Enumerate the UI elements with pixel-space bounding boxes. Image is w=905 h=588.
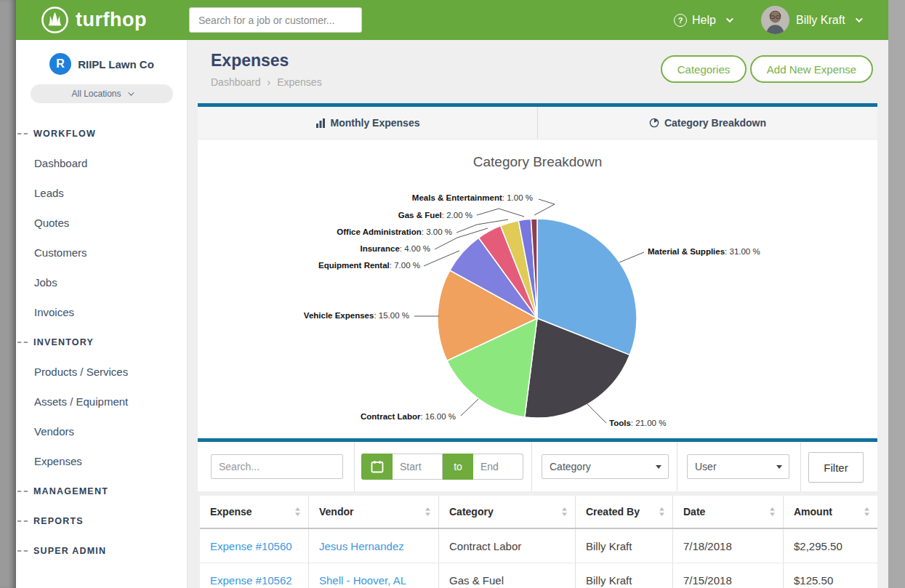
sidebar-item-leads[interactable]: Leads <box>16 178 188 208</box>
user-menu[interactable]: Billy Kraft <box>796 0 861 40</box>
categories-button[interactable]: Categories <box>661 55 747 83</box>
label-leader-line <box>619 252 644 262</box>
brand-logo[interactable]: turfhop <box>41 6 147 34</box>
expense-link[interactable]: Expense #10562 <box>210 574 292 587</box>
filter-bar: to Category User Filter <box>198 442 877 491</box>
table-search-input[interactable] <box>211 454 343 479</box>
sort-icon[interactable] <box>864 507 870 517</box>
sidebar-section-label: INVENTORY <box>33 337 94 347</box>
breadcrumb: Dashboard › Expenses <box>211 76 322 88</box>
sidebar-section-label: REPORTS <box>33 516 84 526</box>
amount-cell: $2,295.50 <box>794 540 842 552</box>
help-menu[interactable]: ? Help <box>674 0 731 40</box>
divider <box>354 442 355 491</box>
sidebar-item-expenses[interactable]: Expenses <box>16 446 188 476</box>
calendar-button[interactable] <box>361 454 393 480</box>
column-header-expense[interactable]: Expense <box>200 496 308 528</box>
divider <box>677 442 677 491</box>
table-cell: $125.50 <box>783 563 877 588</box>
date-to-label: to <box>443 454 473 480</box>
sidebar-section-management[interactable]: MANAGEMENT <box>16 476 188 506</box>
sort-icon[interactable] <box>294 507 301 517</box>
sort-icon[interactable] <box>659 507 665 517</box>
tab-monthly-expenses[interactable]: Monthly Expenses <box>198 107 537 139</box>
sidebar-item-jobs[interactable]: Jobs <box>16 267 188 297</box>
sidebar-item-customers[interactable]: Customers <box>16 238 188 267</box>
grass-logo-icon <box>41 6 69 34</box>
tab-category-breakdown[interactable]: Category Breakdown <box>537 107 877 139</box>
brand-wordmark: turfhop <box>76 9 147 31</box>
calendar-icon <box>371 460 384 473</box>
global-search-input[interactable] <box>189 7 362 33</box>
expense-link[interactable]: Expense #10560 <box>210 540 292 552</box>
app-window: turfhop ? Help Billy Kraft <box>16 0 888 588</box>
table-cell: Billy Kraft <box>575 529 672 563</box>
sidebar-section-inventory[interactable]: INVENTORY <box>16 327 188 357</box>
screen: turfhop ? Help Billy Kraft <box>0 0 905 588</box>
pie-label-equipment-rental: Equipment Rental: 7.00 % <box>318 261 420 270</box>
sidebar-item-assets-equipment[interactable]: Assets / Equipment <box>16 387 188 416</box>
sort-icon[interactable] <box>561 507 568 517</box>
right-gutter-scroll-area <box>888 0 905 588</box>
add-new-expense-button[interactable]: Add New Expense <box>750 55 873 83</box>
filter-button[interactable]: Filter <box>808 452 864 483</box>
company-switcher[interactable]: R RIIPL Lawn Co <box>16 53 188 75</box>
location-selector[interactable]: All Locations <box>31 84 173 103</box>
dash-icon <box>17 133 28 134</box>
pie-label-gas-fuel: Gas & Fuel: 2.00 % <box>398 211 472 220</box>
vendor-link[interactable]: Shell - Hoover, AL <box>319 574 406 587</box>
sidebar-section-reports[interactable]: REPORTS <box>16 506 188 536</box>
table-cell: Expense #10562 <box>200 563 308 588</box>
vendor-link[interactable]: Jesus Hernandez <box>319 540 404 552</box>
amount-cell: $125.50 <box>794 574 833 587</box>
user-select[interactable]: User <box>687 454 789 479</box>
column-header-date[interactable]: Date <box>672 496 783 528</box>
column-header-created-by[interactable]: Created By <box>575 496 672 528</box>
table-cell: Contract Labor <box>438 529 575 563</box>
label-leader-line <box>477 209 524 217</box>
sidebar-item-vendors[interactable]: Vendors <box>16 416 188 446</box>
date-range-picker: to <box>361 454 523 480</box>
table-cell: $2,295.50 <box>783 529 877 563</box>
breadcrumb-separator-icon: › <box>268 76 271 88</box>
column-header-amount[interactable]: Amount <box>783 496 877 528</box>
pie-label-office-administration: Office Administration: 3.00 % <box>337 227 452 236</box>
sidebar-item-products-services[interactable]: Products / Services <box>16 357 188 387</box>
category-breakdown-chart[interactable]: Category Breakdown Material & Supplies: … <box>198 140 877 438</box>
pie-chart[interactable] <box>198 140 877 438</box>
tab-label: Monthly Expenses <box>331 117 420 129</box>
category-cell: Gas & Fuel <box>449 574 504 587</box>
column-header-label: Amount <box>794 506 832 517</box>
date-end-input[interactable] <box>473 454 523 480</box>
user-avatar[interactable] <box>761 6 789 34</box>
table-cell: Billy Kraft <box>575 563 672 588</box>
sidebar-item-dashboard[interactable]: Dashboard <box>16 148 188 178</box>
divider <box>800 442 801 491</box>
chevron-down-icon <box>726 15 733 23</box>
help-icon: ? <box>674 14 687 27</box>
column-header-vendor[interactable]: Vendor <box>308 496 438 528</box>
sort-icon[interactable] <box>425 507 431 517</box>
top-bar: turfhop ? Help Billy Kraft <box>16 0 888 40</box>
column-header-label: Date <box>683 506 705 517</box>
sidebar-section-workflow[interactable]: WORKFLOW <box>16 118 188 148</box>
category-select[interactable]: Category <box>542 454 669 479</box>
page-title: Expenses <box>211 51 289 71</box>
date-start-input[interactable] <box>393 454 443 480</box>
tab-label: Category Breakdown <box>664 117 766 129</box>
category-cell: Contract Labor <box>449 540 521 552</box>
label-leader-line <box>586 403 606 423</box>
sort-icon[interactable] <box>769 507 776 517</box>
created_by-cell: Billy Kraft <box>586 574 632 587</box>
pie-chart-icon <box>649 118 659 128</box>
sidebar-item-invoices[interactable]: Invoices <box>16 297 188 327</box>
table-cell: 7/15/2018 <box>672 563 783 588</box>
divider <box>531 442 532 491</box>
breadcrumb-dashboard[interactable]: Dashboard <box>211 76 261 88</box>
select-caret-icon <box>776 465 782 469</box>
help-label: Help <box>692 14 716 27</box>
column-header-category[interactable]: Category <box>438 496 575 528</box>
sidebar-section-super-admin[interactable]: SUPER ADMIN <box>16 536 188 565</box>
column-header-label: Vendor <box>319 506 353 517</box>
sidebar-item-quotes[interactable]: Quotes <box>16 208 188 238</box>
